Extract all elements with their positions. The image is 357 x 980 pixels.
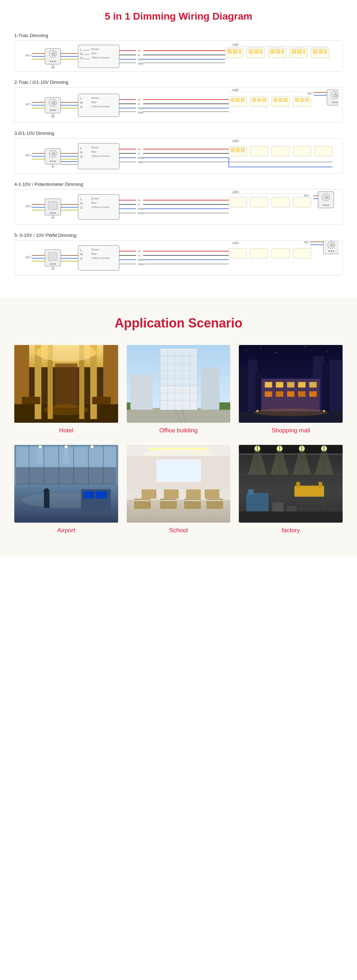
svg-point-255: [328, 250, 330, 252]
svg-text:L: L: [80, 197, 82, 201]
svg-point-215: [327, 204, 329, 206]
svg-text:V+: V+: [138, 250, 141, 253]
svg-rect-39: [228, 49, 232, 54]
diagram-svg-1: AC~ ⏻: [18, 41, 339, 72]
diagram-block-1: 1-Triac Dimming AC~ ⏻: [14, 33, 343, 72]
svg-text:Brown: Brown: [91, 96, 99, 100]
svg-rect-327: [298, 391, 306, 397]
scenario-img-hotel: [14, 345, 118, 423]
svg-point-351: [65, 445, 67, 448]
svg-point-349: [43, 488, 49, 494]
svg-rect-278: [55, 364, 77, 408]
svg-rect-392: [248, 490, 254, 495]
svg-rect-158: [231, 148, 234, 152]
svg-text:⏻: ⏻: [333, 93, 337, 97]
svg-text:⏻: ⏻: [51, 100, 55, 105]
svg-rect-207: [250, 197, 268, 207]
scenario-label-shopping: Shopping mall: [272, 427, 310, 434]
scenario-label-airport: Airport: [57, 527, 75, 534]
svg-point-307: [261, 347, 262, 348]
svg-text:V-: V-: [138, 203, 141, 206]
diagram-label-3: 3-0/1-10V Dimming: [14, 130, 343, 136]
svg-point-257: [333, 250, 334, 252]
svg-point-308: [276, 352, 276, 353]
svg-rect-316: [330, 360, 343, 412]
diagram-svg-2: AC~ ⏻ L N G Brown: [18, 88, 339, 123]
scenario-label-factory: factory: [282, 527, 300, 534]
svg-text:AC~: AC~: [26, 153, 32, 157]
svg-rect-281: [92, 397, 111, 404]
svg-rect-280: [22, 397, 40, 404]
scenario-office: Office building: [127, 345, 231, 434]
svg-rect-115: [274, 98, 277, 102]
svg-point-8: [52, 60, 54, 62]
wiring-section: 5 in 1 Dimming Wiring Diagram 1-Triac Di…: [0, 0, 357, 298]
svg-rect-176: [48, 202, 57, 209]
scenario-hotel: Hotel: [14, 345, 118, 434]
svg-text:Blue: Blue: [91, 100, 97, 104]
svg-rect-209: [293, 197, 311, 207]
svg-text:Yellow & Green: Yellow & Green: [91, 205, 110, 209]
svg-rect-347: [96, 491, 107, 499]
svg-rect-162: [272, 146, 290, 156]
svg-rect-262: [229, 248, 247, 258]
scenario-school: School: [127, 445, 231, 534]
diagram-block-2: 2-Triac / 0/1-10V Dimming AC~ ⏻: [14, 80, 343, 123]
scenario-img-school: [127, 445, 231, 523]
svg-text:V-: V-: [138, 102, 141, 106]
svg-rect-324: [265, 391, 273, 397]
svg-rect-161: [250, 146, 268, 156]
svg-rect-108: [236, 98, 239, 102]
svg-point-226: [52, 263, 54, 265]
svg-rect-40: [233, 49, 237, 54]
svg-rect-399: [287, 506, 296, 512]
scenario-label-hotel: Hotel: [59, 427, 73, 434]
svg-text:⏻: ⏻: [51, 52, 55, 56]
svg-text:V+: V+: [138, 98, 141, 101]
svg-text:N: N: [80, 151, 83, 154]
svg-text:G: G: [80, 105, 83, 109]
diagram-svg-3: AC~ ⏻ L N G: [18, 138, 339, 174]
scenario-label-school: School: [169, 527, 188, 534]
svg-rect-346: [83, 491, 94, 499]
svg-text:Brown: Brown: [91, 197, 99, 200]
svg-rect-43: [249, 49, 253, 54]
svg-rect-164: [314, 146, 332, 156]
svg-rect-206: [229, 197, 247, 207]
svg-text:N: N: [80, 52, 83, 56]
svg-rect-41: [239, 49, 241, 54]
svg-text:⏻: ⏻: [330, 243, 334, 247]
svg-rect-366: [204, 490, 220, 499]
svg-rect-365: [186, 490, 201, 499]
svg-point-256: [331, 250, 332, 252]
scenario-img-factory: [239, 445, 343, 523]
svg-point-227: [54, 263, 56, 265]
svg-point-99: [336, 102, 338, 103]
svg-point-310: [327, 352, 328, 352]
svg-rect-302: [161, 349, 196, 387]
svg-rect-111: [252, 98, 256, 102]
diagram-block-4: 4-1-10V / Potentiometer Dimming AC~: [14, 181, 343, 225]
svg-rect-348: [44, 493, 49, 508]
svg-text:L: L: [80, 146, 82, 150]
svg-text:G: G: [80, 206, 83, 209]
scenario-img-airport: [14, 445, 118, 523]
svg-rect-224: [48, 253, 57, 261]
scenario-shopping: Shopping mall: [239, 345, 343, 434]
svg-point-97: [332, 102, 333, 103]
svg-point-350: [39, 445, 42, 448]
svg-text:V+: V+: [138, 49, 141, 52]
svg-point-277: [81, 345, 103, 356]
svg-rect-109: [241, 98, 245, 102]
svg-text:AC~: AC~: [304, 240, 310, 244]
diagram-block-5: 5- 0-10V / 10V PWM Dimming AC~ L: [14, 232, 343, 276]
svg-point-129: [50, 161, 51, 162]
svg-text:N: N: [80, 202, 83, 205]
svg-rect-394: [296, 482, 300, 488]
svg-text:V+: V+: [138, 199, 141, 202]
svg-rect-287: [201, 367, 219, 410]
svg-rect-398: [273, 502, 284, 512]
svg-text:Brown: Brown: [91, 48, 99, 51]
svg-point-352: [91, 445, 94, 448]
svg-point-131: [54, 161, 56, 162]
